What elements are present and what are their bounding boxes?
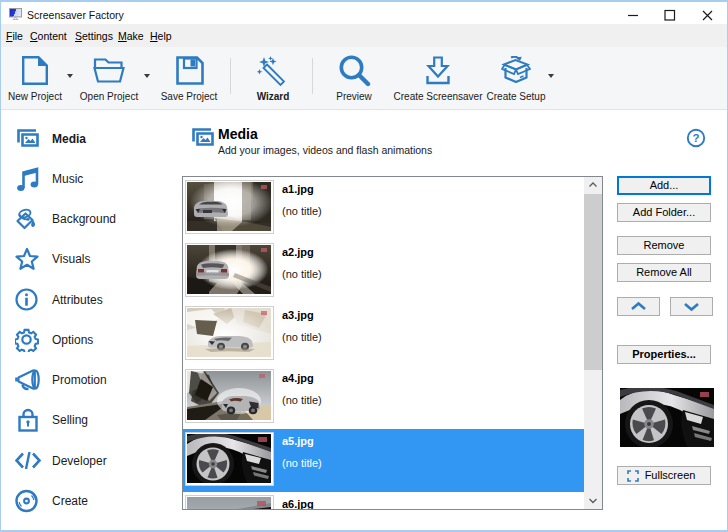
svg-text:?: ? (692, 132, 699, 144)
